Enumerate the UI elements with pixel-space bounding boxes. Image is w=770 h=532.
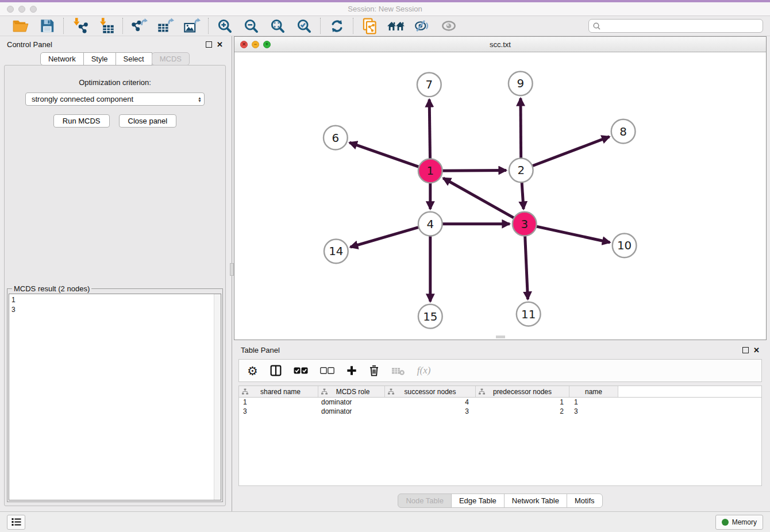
graph-node-label-15: 15 bbox=[423, 310, 437, 323]
zoom-in-icon[interactable] bbox=[215, 17, 234, 34]
network-maximize-icon[interactable]: + bbox=[263, 41, 271, 48]
graph-node-label-3: 3 bbox=[521, 218, 528, 231]
tree-icon bbox=[242, 388, 248, 395]
cell-successor-nodes[interactable]: 4 bbox=[385, 398, 476, 406]
horizontal-splitter-grip[interactable] bbox=[496, 336, 505, 338]
show-columns-icon[interactable] bbox=[270, 365, 282, 376]
import-table-icon[interactable] bbox=[97, 17, 116, 34]
export-table-icon[interactable] bbox=[156, 17, 175, 34]
unselect-all-columns-icon[interactable] bbox=[320, 367, 334, 374]
graph-edge-1-6[interactable] bbox=[349, 142, 430, 171]
graph-edge-2-8[interactable] bbox=[521, 137, 610, 170]
search-field[interactable] bbox=[588, 19, 763, 33]
tab-motifs[interactable]: Motifs bbox=[567, 494, 603, 508]
select-all-columns-icon[interactable] bbox=[294, 367, 308, 374]
memory-button[interactable]: Memory bbox=[715, 515, 763, 530]
network-close-icon[interactable]: ✕ bbox=[240, 41, 248, 48]
cell-successor-nodes[interactable]: 3 bbox=[385, 407, 476, 415]
control-panel-title: Control Panel bbox=[7, 40, 201, 49]
close-panel-icon[interactable]: ✕ bbox=[217, 41, 223, 48]
cell-mcds-role[interactable]: dominator bbox=[318, 398, 385, 406]
mcds-result-legend: MCDS result (2 nodes) bbox=[12, 284, 91, 293]
cell-mcds-role[interactable]: dominator bbox=[318, 407, 385, 415]
export-image-icon[interactable] bbox=[183, 17, 201, 34]
tree-icon bbox=[479, 388, 485, 395]
copy-network-icon[interactable] bbox=[360, 17, 379, 34]
close-table-panel-icon[interactable]: ✕ bbox=[753, 346, 760, 354]
minimize-window-icon[interactable] bbox=[18, 6, 25, 13]
table-row[interactable]: 1 dominator 4 1 1 bbox=[239, 398, 761, 407]
graph-edge-3-1[interactable] bbox=[443, 178, 524, 224]
search-icon bbox=[592, 22, 601, 30]
graph-node-label-8: 8 bbox=[619, 125, 627, 138]
table-settings-gear-icon[interactable]: ⚙ bbox=[247, 365, 258, 377]
table-header-row: shared name MCDS role successor nodes bbox=[239, 386, 761, 398]
cell-shared-name[interactable]: 3 bbox=[239, 407, 318, 415]
hide-graphics-details-icon[interactable] bbox=[413, 17, 432, 34]
column-header-mcds-role[interactable]: MCDS role bbox=[318, 386, 385, 397]
maximize-window-icon[interactable] bbox=[30, 6, 37, 13]
zoom-out-icon[interactable] bbox=[242, 17, 260, 34]
cell-predecessor-nodes[interactable]: 2 bbox=[476, 407, 569, 415]
search-input[interactable] bbox=[601, 21, 759, 30]
splitter-grip[interactable] bbox=[230, 263, 234, 276]
tab-mcds[interactable]: MCDS bbox=[152, 52, 190, 65]
criterion-dropdown[interactable]: strongly connected component ▲▼ bbox=[25, 92, 205, 106]
open-session-icon[interactable] bbox=[11, 17, 30, 34]
network-graph[interactable]: 7968124314101511 bbox=[234, 52, 766, 340]
task-history-button[interactable] bbox=[7, 515, 25, 530]
network-window-titlebar[interactable]: ✕ − + scc.txt bbox=[234, 37, 766, 52]
header-filler bbox=[618, 386, 761, 397]
optimization-criterion-label: Optimization criterion: bbox=[79, 78, 151, 87]
graph-node-label-6: 6 bbox=[332, 132, 340, 145]
control-panel-tabs: Network Style Select MCDS bbox=[0, 52, 230, 65]
cell-predecessor-nodes[interactable]: 1 bbox=[476, 398, 569, 406]
delete-column-trash-icon[interactable] bbox=[369, 365, 379, 376]
column-header-predecessor-nodes[interactable]: predecessor nodes bbox=[476, 386, 569, 397]
first-neighbors-icon[interactable] bbox=[387, 17, 405, 34]
table-panel-title: Table Panel bbox=[241, 346, 738, 354]
float-panel-icon[interactable] bbox=[206, 41, 212, 48]
tab-edge-table[interactable]: Edge Table bbox=[451, 494, 505, 508]
network-minimize-icon[interactable]: − bbox=[252, 41, 259, 48]
close-panel-button[interactable]: Close panel bbox=[119, 114, 177, 128]
refresh-icon[interactable] bbox=[328, 17, 346, 34]
result-scrollbar[interactable] bbox=[214, 294, 221, 500]
network-canvas[interactable]: 7968124314101511 bbox=[234, 52, 766, 340]
tab-style[interactable]: Style bbox=[83, 52, 116, 65]
save-session-icon[interactable] bbox=[38, 17, 56, 34]
float-table-panel-icon[interactable] bbox=[742, 347, 749, 353]
column-header-successor-nodes[interactable]: successor nodes bbox=[385, 386, 476, 397]
tab-network[interactable]: Network bbox=[40, 52, 84, 65]
zoom-selected-icon[interactable] bbox=[295, 17, 313, 34]
run-mcds-button[interactable]: Run MCDS bbox=[53, 114, 110, 128]
tab-network-table[interactable]: Network Table bbox=[504, 494, 567, 508]
column-header-shared-name[interactable]: shared name bbox=[239, 386, 318, 397]
show-graphics-details-icon bbox=[440, 17, 458, 34]
tab-node-table[interactable]: Node Table bbox=[398, 494, 452, 508]
mcds-result-textarea[interactable]: 1 3 bbox=[9, 294, 221, 500]
close-window-icon[interactable] bbox=[7, 6, 14, 13]
cell-name[interactable]: 1 bbox=[569, 398, 618, 406]
list-icon bbox=[11, 518, 21, 526]
zoom-fit-icon[interactable] bbox=[268, 17, 287, 34]
table-panel: Table Panel ✕ ⚙ bbox=[234, 342, 767, 512]
criterion-dropdown-value: strongly connected component bbox=[32, 95, 133, 103]
cell-name[interactable]: 3 bbox=[569, 407, 618, 415]
table-row[interactable]: 3 dominator 3 2 3 bbox=[239, 407, 761, 416]
memory-status-icon bbox=[722, 519, 729, 526]
window-controls bbox=[7, 6, 37, 13]
import-network-icon[interactable] bbox=[71, 17, 89, 34]
tree-icon bbox=[321, 388, 328, 395]
titlebar: Session: New Session bbox=[0, 2, 770, 16]
main-toolbar bbox=[0, 16, 770, 36]
cell-shared-name[interactable]: 1 bbox=[239, 398, 318, 406]
graph-edge-3-10[interactable] bbox=[525, 224, 610, 242]
create-column-icon[interactable] bbox=[346, 365, 357, 376]
tab-select[interactable]: Select bbox=[116, 52, 152, 65]
column-header-name[interactable]: name bbox=[569, 386, 618, 397]
status-bar: Memory bbox=[0, 511, 770, 532]
vertical-splitter[interactable] bbox=[230, 36, 234, 512]
table-tabs: Node Table Edge Table Network Table Moti… bbox=[234, 493, 767, 508]
export-network-icon[interactable] bbox=[130, 17, 148, 34]
